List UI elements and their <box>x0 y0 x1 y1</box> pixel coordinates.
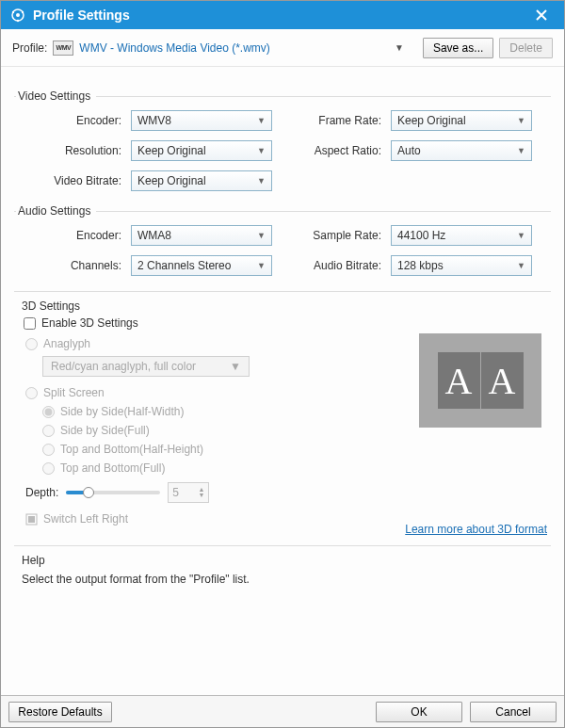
switch-lr-label: Switch Left Right <box>43 512 128 526</box>
video-resolution-combo[interactable]: Keep Original▼ <box>131 140 272 161</box>
audio-encoder-label: Encoder: <box>20 229 123 242</box>
help-group: Help Select the output format from the "… <box>14 545 551 586</box>
depth-spinner: 5 ▲▼ <box>168 482 209 503</box>
svg-point-4 <box>17 20 19 22</box>
sbs-full-label: Side by Side(Full) <box>60 424 150 437</box>
sbs-half-radio <box>42 406 55 418</box>
three-d-legend: 3D Settings <box>22 299 372 313</box>
preview-left-letter: A <box>438 352 480 409</box>
chevron-down-icon: ▼ <box>257 176 266 186</box>
audio-bitrate-value: 128 kbps <box>397 259 444 272</box>
chevron-down-icon: ▼ <box>517 146 525 155</box>
tab-half-radio <box>42 444 55 456</box>
chevron-down-icon: ▼ <box>517 116 525 125</box>
svg-point-1 <box>16 13 20 17</box>
ok-button[interactable]: OK <box>376 702 462 722</box>
audio-settings-group: Audio Settings Encoder: WMA8▼ Sample Rat… <box>14 204 551 276</box>
split-screen-radio <box>25 387 38 399</box>
app-icon <box>10 8 25 23</box>
video-settings-legend: Video Settings <box>16 89 96 103</box>
audio-channels-value: 2 Channels Stereo <box>137 259 231 272</box>
audio-samplerate-value: 44100 Hz <box>397 229 445 242</box>
audio-encoder-combo[interactable]: WMA8▼ <box>131 225 272 246</box>
enable-3d-checkbox[interactable] <box>24 317 36 330</box>
audio-settings-legend: Audio Settings <box>16 204 96 218</box>
tab-half-label: Top and Bottom(Half-Height) <box>60 443 203 456</box>
chevron-down-icon: ▼ <box>517 261 525 270</box>
dialog-footer: Restore Defaults OK Cancel <box>1 695 564 727</box>
chevron-down-icon: ▼ <box>257 116 266 125</box>
audio-encoder-value: WMA8 <box>137 229 171 242</box>
chevron-down-icon: ▼ <box>257 231 266 240</box>
video-aspect-combo[interactable]: Auto▼ <box>391 140 532 161</box>
audio-channels-label: Channels: <box>20 259 123 272</box>
restore-defaults-button[interactable]: Restore Defaults <box>8 702 112 722</box>
anaglyph-combo: Red/cyan anaglyph, full color ▼ <box>42 356 250 377</box>
video-framerate-value: Keep Original <box>397 114 466 127</box>
video-settings-group: Video Settings Encoder: WMV8▼ Frame Rate… <box>14 89 551 191</box>
video-resolution-value: Keep Original <box>137 144 206 157</box>
help-legend: Help <box>22 554 551 567</box>
video-bitrate-combo[interactable]: Keep Original▼ <box>131 170 272 191</box>
anaglyph-value: Red/cyan anaglyph, full color <box>51 360 196 373</box>
video-framerate-combo[interactable]: Keep Original▼ <box>391 110 532 131</box>
cancel-button[interactable]: Cancel <box>470 702 557 722</box>
preview-right-letter: A <box>481 352 524 409</box>
tab-full-label: Top and Bottom(Full) <box>60 461 165 475</box>
close-button[interactable] <box>528 2 555 28</box>
depth-label: Depth: <box>25 486 58 499</box>
tab-full-radio <box>42 462 55 475</box>
enable-3d-label: Enable 3D Settings <box>41 316 138 330</box>
three-d-settings-group: 3D Settings Enable 3D Settings Anaglyph … <box>14 291 551 536</box>
anaglyph-label: Anaglyph <box>43 337 90 350</box>
audio-samplerate-combo[interactable]: 44100 Hz▼ <box>391 225 532 246</box>
profile-label: Profile: <box>12 41 47 55</box>
video-framerate-label: Frame Rate: <box>280 114 383 127</box>
video-bitrate-value: Keep Original <box>137 174 206 187</box>
depth-value: 5 <box>172 486 179 499</box>
video-encoder-combo[interactable]: WMV8▼ <box>131 110 272 131</box>
profile-dropdown-icon[interactable]: ▼ <box>395 42 408 53</box>
titlebar-title: Profile Settings <box>33 8 528 23</box>
sbs-half-label: Side by Side(Half-Width) <box>60 405 184 418</box>
sbs-full-radio <box>42 425 55 437</box>
svg-point-3 <box>22 11 24 13</box>
profile-settings-window: Profile Settings Profile: WMV WMV - Wind… <box>0 0 565 728</box>
chevron-down-icon: ▼ <box>230 360 241 373</box>
audio-bitrate-label: Audio Bitrate: <box>280 259 383 272</box>
chevron-down-icon: ▼ <box>517 231 525 240</box>
profile-format-icon: WMV <box>53 40 73 56</box>
audio-bitrate-combo[interactable]: 128 kbps▼ <box>391 255 532 276</box>
help-text: Select the output format from the "Profi… <box>22 573 551 586</box>
spinner-down-icon: ▼ <box>198 493 204 498</box>
svg-rect-6 <box>28 516 35 523</box>
delete-button: Delete <box>499 38 553 58</box>
video-aspect-value: Auto <box>397 144 421 157</box>
save-as-button[interactable]: Save as... <box>423 38 493 58</box>
video-resolution-label: Resolution: <box>20 144 123 157</box>
switch-lr-icon <box>25 513 38 526</box>
chevron-down-icon: ▼ <box>257 146 266 155</box>
learn-more-3d-link[interactable]: Learn more about 3D format <box>405 523 547 536</box>
audio-channels-combo[interactable]: 2 Channels Stereo▼ <box>131 255 272 276</box>
video-aspect-label: Aspect Ratio: <box>280 144 383 157</box>
video-encoder-value: WMV8 <box>137 114 171 127</box>
svg-point-2 <box>12 11 14 13</box>
chevron-down-icon: ▼ <box>257 261 266 270</box>
video-bitrate-label: Video Bitrate: <box>20 174 123 187</box>
three-d-preview: A A <box>419 333 541 428</box>
dialog-body: Video Settings Encoder: WMV8▼ Frame Rate… <box>1 67 564 695</box>
video-encoder-label: Encoder: <box>20 114 123 127</box>
profile-name[interactable]: WMV - Windows Media Video (*.wmv) <box>79 41 389 55</box>
anaglyph-radio <box>25 338 38 350</box>
split-screen-label: Split Screen <box>43 386 105 399</box>
depth-slider <box>66 483 160 502</box>
profile-row: Profile: WMV WMV - Windows Media Video (… <box>1 29 564 67</box>
audio-samplerate-label: Sample Rate: <box>280 229 383 242</box>
titlebar: Profile Settings <box>1 1 564 29</box>
